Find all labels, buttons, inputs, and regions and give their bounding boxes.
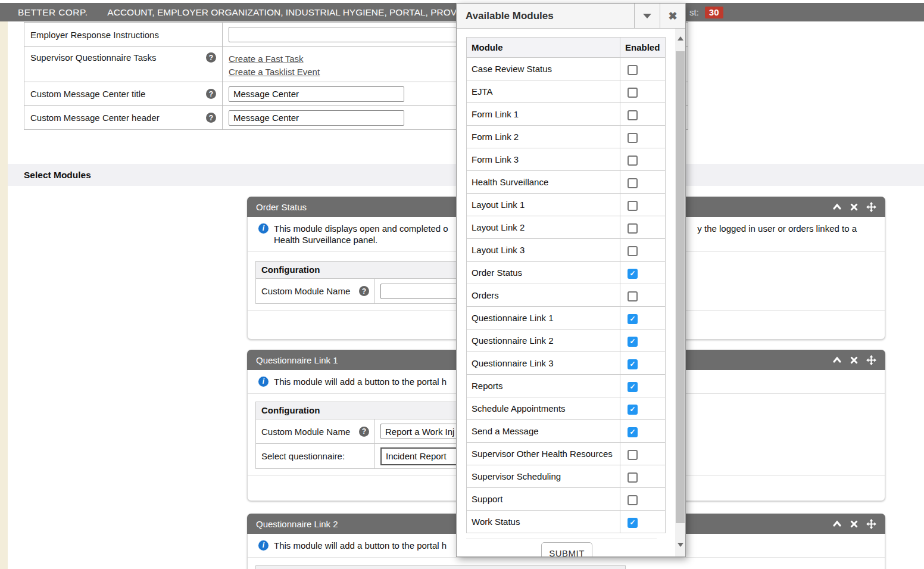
- module-checkbox[interactable]: [628, 472, 638, 483]
- message-center-title-input[interactable]: [229, 86, 404, 102]
- module-checkbox[interactable]: ✓: [628, 269, 638, 279]
- create-fast-task-link[interactable]: Create a Fast Task: [229, 52, 304, 66]
- module-checkbox[interactable]: [628, 223, 638, 234]
- remove-icon[interactable]: [850, 203, 859, 212]
- scrollbar-thumb[interactable]: [676, 51, 685, 523]
- breadcrumb: ACCOUNT, EMPLOYER ORGANIZATION, INDUSTRI…: [107, 7, 457, 18]
- field-label: Custom Module Name: [261, 427, 350, 437]
- module-checkbox[interactable]: ✓: [628, 359, 638, 369]
- status-label-fragment: st:: [689, 7, 699, 17]
- module-checkbox[interactable]: [628, 133, 638, 143]
- module-name: EJTA: [467, 80, 620, 103]
- module-name: Questionnaire Link 2: [467, 329, 620, 352]
- module-checkbox[interactable]: [628, 65, 638, 75]
- available-modules-dialog: Available Modules ✖ Module Enabled Case …: [456, 3, 686, 557]
- module-checkbox[interactable]: [628, 88, 638, 98]
- help-icon[interactable]: ?: [359, 427, 369, 437]
- brand-title: BETTER CORP.: [18, 7, 88, 18]
- dialog-close-button[interactable]: ✖: [660, 4, 685, 28]
- module-row: Supervisor Scheduling: [467, 465, 666, 488]
- submit-button[interactable]: SUBMIT: [541, 542, 592, 556]
- configuration-table: Configuration: [255, 565, 626, 569]
- remove-icon[interactable]: [850, 520, 859, 528]
- configuration-heading: Configuration: [256, 566, 625, 569]
- module-row: Work Status✓: [467, 511, 666, 533]
- module-checkbox[interactable]: [628, 450, 638, 460]
- create-tasklist-event-link[interactable]: Create a Tasklist Event: [229, 66, 320, 79]
- message-center-header-input[interactable]: [229, 110, 404, 126]
- field-label: Employer Response Instructions: [30, 30, 159, 40]
- collapse-icon[interactable]: [832, 355, 842, 365]
- scrollbar-down-button[interactable]: [675, 539, 685, 551]
- module-row: Schedule Appointments✓: [467, 397, 666, 420]
- help-icon[interactable]: ?: [359, 286, 369, 296]
- module-enabled-cell: ✓: [620, 329, 666, 352]
- panel-title: Order Status: [256, 202, 307, 212]
- selected-option: Incident Report: [386, 451, 447, 461]
- module-checkbox[interactable]: [628, 246, 638, 256]
- description-text-left: This module displays open and completed …: [274, 223, 448, 234]
- column-header-module: Module: [467, 38, 620, 58]
- chevron-down-icon: [643, 14, 651, 18]
- info-icon: i: [258, 540, 269, 551]
- module-checkbox[interactable]: ✓: [628, 405, 638, 415]
- scrollbar-track[interactable]: [675, 29, 685, 556]
- module-checkbox[interactable]: [628, 110, 638, 120]
- module-name: Support: [467, 488, 620, 511]
- module-name: Questionnaire Link 3: [467, 352, 620, 375]
- module-enabled-cell: ✓: [620, 375, 666, 397]
- module-name: Case Review Status: [467, 58, 620, 80]
- module-checkbox[interactable]: [628, 201, 638, 211]
- collapse-icon[interactable]: [832, 202, 842, 212]
- dialog-collapse-button[interactable]: [634, 4, 660, 28]
- module-checkbox[interactable]: ✓: [628, 518, 638, 528]
- module-name: Layout Link 3: [467, 239, 620, 262]
- module-checkbox[interactable]: [628, 291, 638, 301]
- module-enabled-cell: [620, 148, 666, 171]
- module-name: Order Status: [467, 262, 620, 284]
- module-row: EJTA: [467, 80, 666, 103]
- move-icon[interactable]: [866, 202, 876, 212]
- module-enabled-cell: [620, 80, 666, 103]
- module-row: Form Link 3: [467, 148, 666, 171]
- module-checkbox[interactable]: ✓: [628, 382, 638, 392]
- scrollbar-up-button[interactable]: [675, 32, 685, 44]
- module-name: Health Surveillance: [467, 171, 620, 194]
- help-icon[interactable]: ?: [206, 52, 216, 63]
- remove-icon[interactable]: [850, 356, 859, 365]
- module-name: Form Link 3: [467, 148, 620, 171]
- description-text-right: y the logged in user or orders linked to…: [697, 223, 857, 234]
- arrow-up-icon: [678, 36, 683, 41]
- field-label: Select questionnaire:: [261, 451, 345, 461]
- column-header-enabled: Enabled: [620, 38, 666, 58]
- module-name: Layout Link 1: [467, 194, 620, 216]
- dialog-title-bar: Available Modules ✖: [457, 4, 685, 29]
- module-enabled-cell: ✓: [620, 352, 666, 375]
- left-margin-strip: [0, 21, 8, 569]
- module-enabled-cell: [620, 443, 666, 465]
- collapse-icon[interactable]: [832, 519, 842, 528]
- move-icon[interactable]: [866, 519, 876, 529]
- module-enabled-cell: [620, 194, 666, 216]
- module-checkbox[interactable]: [628, 156, 638, 166]
- move-icon[interactable]: [866, 355, 876, 365]
- module-checkbox[interactable]: [628, 495, 638, 505]
- module-row: Form Link 2: [467, 126, 666, 148]
- field-label: Custom Module Name: [261, 286, 350, 296]
- module-checkbox[interactable]: [628, 178, 638, 188]
- module-checkbox[interactable]: ✓: [628, 337, 638, 347]
- help-icon[interactable]: ?: [206, 113, 216, 123]
- description-text-left: This module will add a button to the por…: [274, 540, 447, 551]
- dialog-body: Module Enabled Case Review StatusEJTAFor…: [457, 29, 685, 556]
- table-header-row: Module Enabled: [467, 38, 666, 58]
- module-row: Layout Link 3: [467, 239, 666, 262]
- module-row: Support: [467, 488, 666, 511]
- module-name: Supervisor Scheduling: [467, 465, 620, 488]
- module-name: Send a Message: [467, 420, 620, 443]
- module-name: Reports: [467, 375, 620, 397]
- panel-title: Questionnaire Link 2: [256, 519, 338, 529]
- module-enabled-cell: [620, 465, 666, 488]
- help-icon[interactable]: ?: [206, 89, 216, 99]
- module-checkbox[interactable]: ✓: [628, 427, 638, 437]
- module-checkbox[interactable]: ✓: [628, 314, 638, 324]
